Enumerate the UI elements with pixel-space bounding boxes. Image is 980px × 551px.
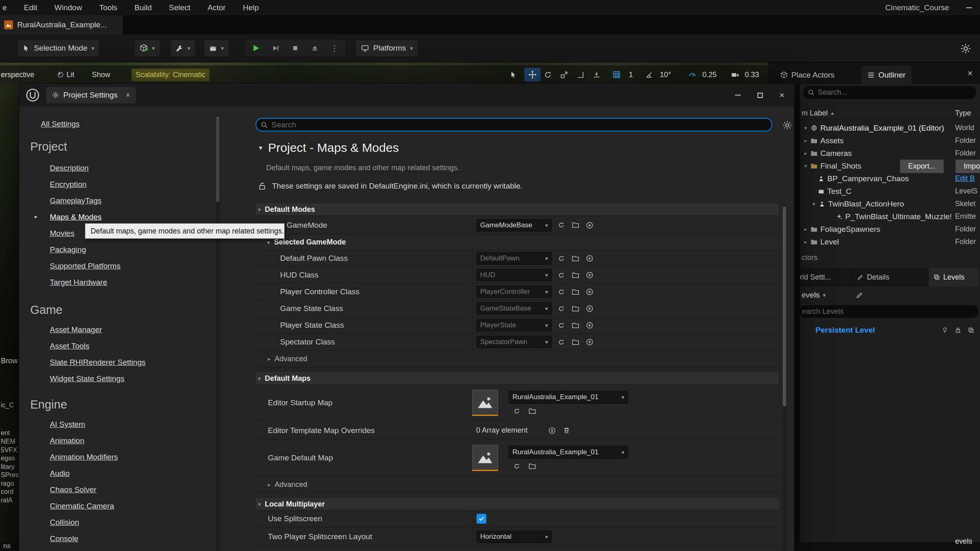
add-new-icon[interactable] xyxy=(585,270,595,280)
tab-levels[interactable]: Levels xyxy=(929,268,980,287)
nav-widget-state[interactable]: Widget State Settings xyxy=(50,374,125,383)
nav-animation-modifiers[interactable]: Animation Modifiers xyxy=(50,453,118,462)
import-button[interactable]: Import... xyxy=(956,160,980,173)
menu-edit[interactable]: Edit xyxy=(24,3,38,12)
nav-collision[interactable]: Collision xyxy=(50,518,79,527)
game-state-dropdown[interactable]: GameStateBase▾ xyxy=(477,302,552,315)
browse-asset-icon[interactable] xyxy=(570,320,580,330)
add-new-icon[interactable] xyxy=(585,253,595,263)
collapse-icon[interactable]: ▾ xyxy=(259,144,263,152)
use-selected-icon[interactable] xyxy=(556,304,566,313)
browse-asset-icon[interactable] xyxy=(570,287,580,297)
outliner-row-foliage[interactable]: ▸ FoliageSpawners Folder xyxy=(800,223,980,236)
nav-cinematic-camera[interactable]: Cinematic Camera xyxy=(50,502,114,511)
nav-chaos-solver[interactable]: Chaos Solver xyxy=(50,485,96,494)
nav-ai-system[interactable]: AI System xyxy=(50,420,85,429)
gamemode-dropdown[interactable]: GameModeBase▾ xyxy=(477,219,552,231)
expander-icon[interactable]: ▾ xyxy=(811,201,817,207)
section-default-modes[interactable]: ▾ Default Modes xyxy=(256,203,779,216)
expander-icon[interactable]: ▸ xyxy=(802,239,809,245)
rotate-tool-icon[interactable] xyxy=(544,71,552,79)
player-controller-dropdown[interactable]: PlayerController▾ xyxy=(477,286,552,298)
section-default-maps[interactable]: ▾ Default Maps xyxy=(256,372,779,385)
use-selected-icon[interactable] xyxy=(512,461,521,471)
outliner-row-bp-campervan[interactable]: BP_Campervan_Chaos Edit B xyxy=(800,172,980,185)
world-local-space-icon[interactable] xyxy=(577,71,584,78)
rotation-snap-value[interactable]: 10° xyxy=(660,71,671,79)
blueprints-button[interactable]: ▾ xyxy=(171,40,195,56)
menu-window[interactable]: Window xyxy=(54,3,82,12)
browse-asset-icon[interactable] xyxy=(570,220,580,230)
eject-button[interactable] xyxy=(306,41,323,55)
nav-asset-manager[interactable]: Asset Manager xyxy=(50,325,102,334)
export-button[interactable]: Export... xyxy=(900,160,944,173)
panel-close-icon[interactable]: × xyxy=(967,68,973,79)
camera-fov-value[interactable]: 0.33 xyxy=(745,71,759,79)
nav-audio[interactable]: Audio xyxy=(50,469,70,478)
settings-gear-icon[interactable] xyxy=(960,43,971,54)
grid-snap-value[interactable]: 1 xyxy=(629,71,633,79)
expander-icon[interactable]: ▾ xyxy=(802,163,809,169)
section-local-multiplayer[interactable]: ▾ Local Multiplayer xyxy=(256,498,779,511)
move-tool-icon[interactable] xyxy=(524,68,541,82)
tab-close-icon[interactable]: × xyxy=(126,91,130,100)
expander-icon[interactable]: ▸ xyxy=(802,150,809,156)
selection-mode-button[interactable]: Selection Mode ▾ xyxy=(18,40,99,56)
settings-search-input[interactable] xyxy=(272,120,741,129)
search-levels-input[interactable] xyxy=(800,307,956,316)
edit-levels-pencil-icon[interactable] xyxy=(856,291,863,299)
play-options-dots-icon[interactable]: ⋮ xyxy=(326,41,343,55)
outliner-row-final-shots[interactable]: ▾ Final_Shots Folder xyxy=(800,160,980,172)
add-new-icon[interactable] xyxy=(585,320,595,330)
browse-asset-icon[interactable] xyxy=(570,337,580,347)
use-selected-icon[interactable] xyxy=(556,253,566,263)
column-type[interactable]: Type xyxy=(955,109,971,118)
outliner-row-level[interactable]: ▸ Level Folder xyxy=(800,236,980,248)
add-new-icon[interactable] xyxy=(585,287,595,297)
spectator-dropdown[interactable]: SpectatorPawn▾ xyxy=(477,336,552,348)
menu-select[interactable]: Select xyxy=(169,3,191,12)
nav-asset-tools[interactable]: Asset Tools xyxy=(50,342,89,351)
map-thumbnail[interactable] xyxy=(472,445,498,471)
nav-movies[interactable]: Movies xyxy=(50,229,74,238)
lit-mode-button[interactable]: Lit xyxy=(53,69,78,81)
tab-world-settings[interactable]: rld Setti... xyxy=(800,268,852,287)
tab-details[interactable]: Details xyxy=(852,268,929,287)
add-new-icon[interactable] xyxy=(585,220,595,230)
expander-icon[interactable]: ▸ xyxy=(802,226,809,232)
camera-icon[interactable] xyxy=(731,71,739,79)
browse-asset-icon[interactable] xyxy=(527,406,537,416)
perspective-button[interactable]: erspective xyxy=(1,71,34,79)
nav-encryption[interactable]: Encryption xyxy=(50,180,87,189)
nav-target-hardware[interactable]: Target Hardware xyxy=(50,278,107,287)
menu-file[interactable]: e xyxy=(2,3,7,12)
lightbulb-icon[interactable] xyxy=(942,327,948,333)
use-selected-icon[interactable] xyxy=(556,287,566,297)
scalability-warning-button[interactable]: Scalability: Cinematic xyxy=(131,69,209,81)
default-pawn-dropdown[interactable]: DefaultPawn▾ xyxy=(477,252,552,264)
nav-description[interactable]: Description xyxy=(50,164,89,173)
project-settings-tab[interactable]: Project Settings × xyxy=(46,87,136,103)
outliner-row-twinblast[interactable]: ▾ TwinBlast_ActionHero Skelet xyxy=(800,198,980,210)
surface-snap-icon[interactable] xyxy=(593,71,600,78)
cinematics-button[interactable]: ▾ xyxy=(204,40,229,56)
sidebar-scrollbar[interactable] xyxy=(216,115,219,551)
camera-speed-value[interactable]: 0.25 xyxy=(702,71,717,79)
browse-asset-icon[interactable] xyxy=(527,461,537,471)
outliner-search-input[interactable] xyxy=(818,88,957,97)
show-button[interactable]: Show xyxy=(92,71,110,79)
outliner-row-assets[interactable]: ▸ Assets Folder xyxy=(800,134,980,147)
settings-options-gear-icon[interactable] xyxy=(782,120,792,130)
quick-add-actor-button[interactable]: ▾ xyxy=(135,40,160,56)
advanced-expander-maps[interactable]: ▸ Advanced xyxy=(256,476,779,493)
outliner-row-test-c[interactable]: Test_C LevelS xyxy=(800,185,980,198)
nav-gameplaytags[interactable]: GameplayTags xyxy=(50,196,102,205)
frame-skip-button[interactable] xyxy=(267,41,284,55)
advanced-expander-modes[interactable]: ▸ Advanced xyxy=(256,351,779,367)
outliner-search-box[interactable] xyxy=(803,86,976,99)
nav-maps-and-modes[interactable]: Maps & Modes xyxy=(50,213,102,222)
add-element-icon[interactable] xyxy=(547,426,557,435)
platforms-button[interactable]: Platforms ▾ xyxy=(356,40,418,56)
menu-help[interactable]: Help xyxy=(243,3,259,12)
use-selected-icon[interactable] xyxy=(556,270,566,280)
